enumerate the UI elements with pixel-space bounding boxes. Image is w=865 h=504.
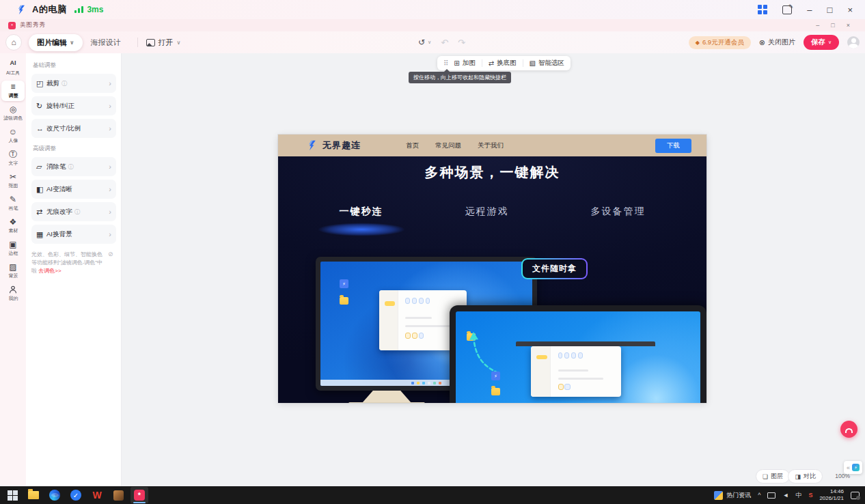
collapsed-panel-popup[interactable]: « ⚡ (844, 461, 862, 474)
history-icon[interactable]: ↺ (418, 38, 425, 47)
text-icon: Ⓣ (9, 150, 17, 159)
tab-photo-edit[interactable]: 图片编辑 ∨ (29, 34, 83, 51)
app-icon (113, 490, 124, 501)
sidebar-label: 画笔 (8, 205, 18, 211)
notification-icon[interactable] (851, 492, 860, 499)
taskbar-wps[interactable]: W (88, 487, 106, 503)
remote-edit-icon[interactable]: ✎ (782, 5, 792, 14)
ime-indicator[interactable]: 中 (795, 491, 801, 500)
sidebar-item-material[interactable]: ❖ 素材 (0, 215, 26, 237)
chevron-down-icon: ∨ (70, 40, 74, 46)
close-circle-icon: ⊗ (759, 38, 765, 47)
chevron-right-icon: › (109, 79, 111, 87)
tool-rotate[interactable]: ↻ 旋转/纠正 › (31, 96, 116, 115)
volume-icon[interactable]: ◄ (782, 492, 788, 499)
drag-handle-icon[interactable]: ⠿ (443, 59, 448, 67)
start-button[interactable] (3, 487, 21, 503)
tool-seamless-text-edit[interactable]: ⇄ 无痕改字 ⓘ › (31, 202, 116, 221)
close-image-button[interactable]: ⊗ 关闭图片 (759, 38, 795, 47)
close-image-label: 关闭图片 (768, 38, 795, 47)
remote-close-button[interactable]: × (847, 5, 853, 14)
sidebar-label: 调整 (8, 92, 18, 98)
news-widget[interactable]: 热门资讯 (714, 491, 751, 500)
edge-icon (49, 490, 60, 501)
taskbar-meitu-active[interactable]: * (131, 487, 148, 503)
tab-photo-edit-label: 图片编辑 (37, 38, 67, 48)
dismiss-icon[interactable]: ⊘ (108, 251, 113, 257)
tray-expand-icon[interactable]: ^ (758, 492, 760, 499)
redo-icon[interactable]: ↷ (458, 38, 465, 48)
taskbar-edge-browser[interactable] (46, 487, 64, 503)
home-button[interactable]: ⌂ (5, 34, 22, 51)
site-tab-remote-gaming: 远程游戏 (465, 206, 509, 218)
layers-button[interactable]: ❏ 图层 (756, 469, 790, 484)
save-button[interactable]: 保存 ∨ (804, 35, 839, 50)
sidebar-item-cutout[interactable]: ✂ 抠图 (0, 170, 26, 192)
sidebar-item-text[interactable]: Ⓣ 文字 (0, 148, 26, 169)
quickbar-tooltip: 按住移动，向上移可收起和隐藏快捷栏 (409, 72, 511, 83)
taskbar-file-explorer[interactable] (25, 487, 42, 503)
sidebar-item-background[interactable]: ▨ 背景 (0, 260, 26, 282)
sidebar-item-filters[interactable]: ◎ 滤镜调色 (0, 102, 26, 124)
remote-minimize-button[interactable]: – (807, 5, 812, 14)
sogou-icon[interactable]: S (808, 492, 812, 499)
tool-crop[interactable]: ◰ 裁剪 ⓘ › (31, 74, 116, 93)
notice-link[interactable]: 去调色>> (38, 268, 61, 274)
sidebar-item-frame[interactable]: ▣ 边框 (0, 238, 26, 260)
image-icon (146, 39, 155, 46)
tool-resize[interactable]: ↔ 改尺寸/比例 › (31, 119, 116, 138)
sidebar-label: 背景 (8, 272, 18, 279)
app-maximize-button[interactable]: □ (831, 22, 834, 29)
add-image-button[interactable]: ⊞ 加图 (454, 59, 475, 68)
laptop-mini-window (531, 346, 621, 397)
crop-icon: ◰ (36, 79, 46, 88)
taskbar-check-app[interactable]: ✓ (67, 487, 85, 503)
smart-select-button[interactable]: ▧ 智能选区 (530, 59, 564, 68)
tool-ai-background[interactable]: ▦ AI换背景 › (31, 225, 116, 244)
taskbar-clock[interactable]: 14:46 2026/1/21 (819, 488, 844, 503)
site-heading: 多种场景，一键解决 (278, 156, 706, 182)
sidebar-item-adjust[interactable]: ≡ 调整 (0, 80, 26, 102)
membership-offer-button[interactable]: ◆ 6.9元开通会员 (689, 36, 751, 49)
tool-label: 改尺寸/比例 (46, 124, 81, 133)
compare-icon: ◨ (795, 473, 801, 480)
floating-quickbar: ⠿ ⊞ 加图 ⇄ 换底图 ▧ 智能选区 (437, 56, 571, 70)
app-minimize-button[interactable]: – (816, 22, 819, 29)
history-caret-icon[interactable]: ∨ (428, 40, 431, 45)
customer-service-button[interactable] (840, 421, 857, 438)
transfer-arrow-icon (463, 324, 524, 378)
taskbar-app[interactable] (109, 487, 127, 503)
smart-select-icon: ▧ (530, 59, 536, 67)
edited-image[interactable]: 无界趣连 首页 常见问题 关于我们 下载 多种场景，一键解决 一键秒连 远程游戏… (278, 135, 706, 403)
sidebar-item-ai-tools[interactable]: AI AI工具 (0, 57, 26, 79)
app-close-button[interactable]: × (847, 22, 850, 29)
panel-notice: 光效、色彩、细节、智能换色等功能移到“滤镜调色-调色”中啦 去调色>> ⊘ (31, 251, 115, 275)
sliders-icon: ≡ (10, 83, 15, 92)
tool-label: 无痕改字 (46, 208, 72, 216)
system-tray: 热门资讯 ^ ◄ 中 S 14:46 2026/1/21 (714, 488, 865, 503)
news-label: 热门资讯 (726, 491, 751, 500)
open-button[interactable]: 打开 ∨ (146, 38, 181, 48)
app-toolbar: ⌂ 图片编辑 ∨ 海报设计 打开 ∨ ↺ ∨ ↶ ↷ ◆ 6.9元开通会员 ⊗ (0, 31, 865, 53)
display-icon[interactable] (767, 492, 775, 499)
compare-button[interactable]: ◨ 对比 (788, 469, 823, 484)
editor-canvas[interactable]: ⠿ ⊞ 加图 ⇄ 换底图 ▧ 智能选区 按住移动，向上移可收起和隐藏快捷栏 (122, 53, 865, 486)
resize-icon: ↔ (36, 124, 46, 132)
meitu-logo-icon: * (8, 22, 16, 29)
sidebar-item-brush[interactable]: ✎ 画笔 (0, 193, 26, 214)
sidebar-label: 边框 (8, 250, 18, 256)
tool-eraser-pen[interactable]: ▱ 消除笔 ⓘ › (31, 157, 116, 176)
tool-label: 消除笔 (46, 163, 66, 171)
tool-ai-sharpen[interactable]: ◧ AI变清晰 › (31, 180, 116, 199)
remote-maximize-button[interactable]: □ (827, 5, 833, 14)
swap-base-image-button[interactable]: ⇄ 换底图 (489, 59, 517, 68)
ai-background-icon: ▦ (36, 230, 46, 239)
user-avatar[interactable] (847, 36, 860, 48)
tab-poster-design[interactable]: 海报设计 (83, 34, 129, 51)
tab-poster-design-label: 海报设计 (91, 38, 121, 48)
site-logo-icon (307, 140, 318, 151)
sidebar-item-mine[interactable]: 我的 (0, 283, 26, 305)
undo-icon[interactable]: ↶ (441, 38, 448, 48)
remote-apps-grid-icon[interactable] (758, 5, 767, 14)
sidebar-item-portrait[interactable]: ☺ 人像 (0, 125, 26, 147)
